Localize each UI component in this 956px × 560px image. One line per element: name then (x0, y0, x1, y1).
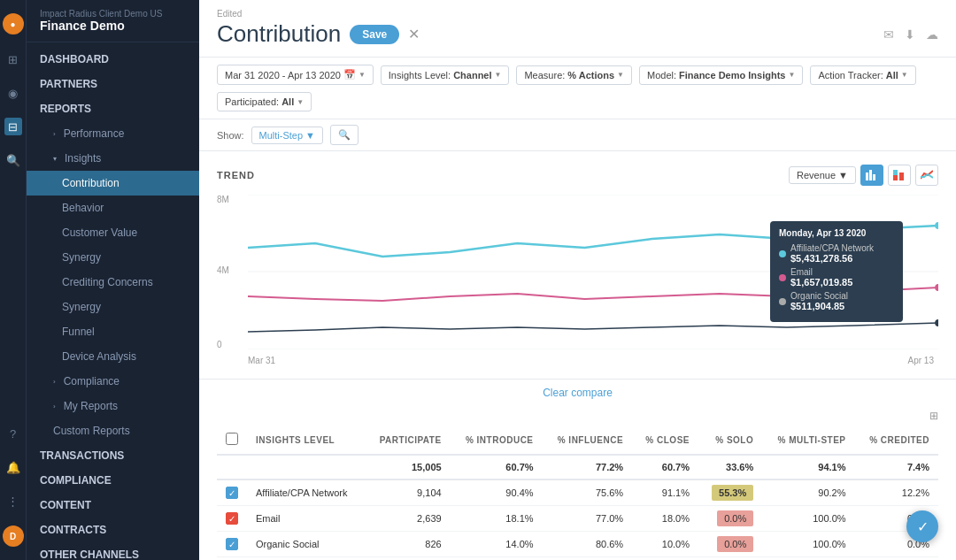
app-name: Impact Radius Client Demo US (40, 9, 186, 19)
tooltip-row-3: Organic Social $511,904.85 (779, 291, 894, 311)
insights-level-filter[interactable]: Insights Level: Channel ▼ (381, 65, 510, 85)
date-caret-icon: ▼ (358, 71, 366, 79)
row2-checkbox[interactable]: ✓ (226, 512, 238, 525)
dashboard-nav-icon[interactable]: ⊞ (4, 50, 22, 68)
row4-checkbox-cell (217, 557, 247, 561)
clear-compare-link[interactable]: Clear compare (543, 387, 613, 399)
sidebar-item-dashboard[interactable]: DASHBOARD (27, 47, 199, 72)
sidebar-item-insights[interactable]: ▾ Insights (27, 146, 199, 171)
totals-label (247, 455, 365, 479)
row1-solo-highlight: 55.3% (712, 485, 753, 501)
fab-button[interactable]: ✓ (906, 510, 938, 542)
sidebar-item-contracts[interactable]: CONTRACTS (27, 518, 199, 542)
row1-solo: 55.3% (698, 479, 762, 506)
select-all-checkbox[interactable] (226, 433, 238, 445)
row3-name: Organic Social (247, 532, 365, 557)
measure-caret-icon: ▼ (617, 71, 624, 79)
model-caret-icon: ▼ (788, 71, 795, 79)
participated-label: Participated: (225, 96, 279, 107)
action-tracker-filter[interactable]: Action Tracker: All ▼ (810, 65, 915, 85)
page-title-row: Contribution Save ✕ ✉ ⬇ ☁ (217, 20, 938, 48)
tooltip-row-2: Email $1,657,019.85 (779, 267, 894, 288)
brand-avatar[interactable]: ● (3, 13, 24, 35)
chart-wrapper: 8M 4M 0 (217, 195, 938, 352)
row3-solo-highlight: 0.0% (717, 536, 753, 552)
row1-checkbox[interactable]: ✓ (226, 487, 238, 499)
reports-nav-icon[interactable]: ⊟ (4, 118, 22, 135)
search-button[interactable]: 🔍 (330, 125, 358, 145)
totals-multi-step: 94.1% (762, 455, 854, 479)
row4-solo: 0.0% (698, 557, 762, 561)
icon-sidebar: ● ⊞ ◉ ⊟ 🔍 ? 🔔 ⋮ D (0, 0, 27, 560)
user-avatar[interactable]: D (3, 525, 24, 547)
more-nav-icon[interactable]: ⋮ (4, 492, 22, 510)
tooltip-row-1: Affiliate/CPA Network $5,431,278.56 (779, 243, 894, 264)
col-insights-level: INSIGHTS LEVEL (247, 426, 365, 455)
row2-checkbox-cell: ✓ (217, 506, 247, 532)
help-nav-icon[interactable]: ? (4, 425, 22, 442)
cloud-icon[interactable]: ☁ (926, 27, 938, 42)
row4-credited: 0.0% (855, 557, 938, 561)
sidebar-item-top-paths[interactable]: Device Analysis (27, 344, 199, 369)
totals-solo: 33.6% (698, 455, 762, 479)
sidebar-item-contribution[interactable]: Contribution (27, 171, 199, 196)
show-multi-step-button[interactable]: Multi-Step ▼ (251, 127, 323, 144)
row2-influence: 77.0% (543, 506, 633, 532)
chart-type-bar-grouped[interactable] (860, 165, 883, 186)
action-tracker-label: Action Tracker: (818, 70, 883, 81)
row3-multi-step: 100.0% (762, 532, 854, 557)
row4-introduce: 12.4% (451, 557, 543, 561)
sidebar-item-customer-value[interactable]: Customer Value (27, 220, 199, 245)
tooltip-val-3: $511,904.85 (790, 301, 848, 311)
sidebar-item-transactions[interactable]: TRANSACTIONS (27, 443, 199, 468)
partners-nav-icon[interactable]: ◉ (4, 84, 22, 102)
show-caret-icon: ▼ (305, 130, 315, 141)
tooltip-val-1: $5,431,278.56 (790, 253, 874, 264)
sidebar-item-partners[interactable]: PARTNERS (27, 72, 199, 96)
chart-type-bar-stacked[interactable] (888, 165, 911, 186)
revenue-dropdown[interactable]: Revenue ▼ (789, 166, 856, 184)
close-button[interactable]: ✕ (408, 26, 420, 42)
sidebar-item-my-reports[interactable]: › My Reports (27, 394, 199, 418)
save-button[interactable]: Save (350, 25, 399, 44)
search-nav-icon[interactable]: 🔍 (4, 151, 22, 169)
email-icon[interactable]: ✉ (883, 27, 894, 42)
row2-solo: 0.0% (698, 506, 762, 532)
page-title: Contribution (217, 20, 341, 48)
sidebar-item-custom-reports[interactable]: Custom Reports (27, 418, 199, 443)
download-icon[interactable]: ⬇ (905, 27, 915, 42)
date-range-filter[interactable]: Mar 31 2020 - Apr 13 2020 📅 ▼ (217, 65, 374, 85)
table-row: ✓ Email 2,639 18.1% 77.0% 18.0% 0.0% 100… (217, 506, 938, 532)
model-filter[interactable]: Model: Finance Demo Insights ▼ (639, 65, 803, 85)
sidebar-item-device-analysis[interactable]: Synergy (27, 295, 199, 319)
totals-introduce: 60.7% (451, 455, 543, 479)
sidebar-item-synergy[interactable]: Synergy (27, 245, 199, 270)
row3-participate: 826 (365, 532, 451, 557)
sidebar-item-funnel[interactable]: Funnel (27, 319, 199, 344)
chart-type-line[interactable] (915, 165, 938, 186)
table-expand-icon[interactable]: ⊞ (929, 410, 938, 422)
sidebar-item-compliance-reports[interactable]: › Compliance (27, 369, 199, 394)
row2-multi-step: 100.0% (762, 506, 854, 532)
x-label-apr13: Apr 13 (908, 356, 934, 365)
col-solo: % SOLO (698, 426, 762, 455)
row1-introduce: 90.4% (451, 479, 543, 506)
tooltip-date: Monday, Apr 13 2020 (779, 228, 894, 238)
y-label-0: 0 (217, 340, 222, 349)
col-credited: % CREDITED (855, 426, 938, 455)
row3-introduce: 14.0% (451, 532, 543, 557)
sidebar-nav: DASHBOARD PARTNERS REPORTS › Performance… (27, 42, 199, 560)
svg-rect-0 (866, 173, 868, 180)
sidebar-item-reports[interactable]: REPORTS (27, 96, 199, 121)
measure-filter[interactable]: Measure: % Actions ▼ (516, 65, 632, 85)
sidebar-item-other-channels[interactable]: OTHER CHANNELS (27, 542, 199, 560)
sidebar-item-crediting-concerns[interactable]: Crediting Concerns (27, 270, 199, 295)
sidebar-item-content[interactable]: CONTENT (27, 493, 199, 518)
participated-filter[interactable]: Participated: All ▼ (217, 92, 312, 111)
row3-checkbox[interactable]: ✓ (226, 538, 238, 550)
notifications-nav-icon[interactable]: 🔔 (4, 458, 22, 476)
sidebar-item-compliance[interactable]: COMPLIANCE (27, 468, 199, 493)
sidebar-item-performance[interactable]: › Performance (27, 121, 199, 146)
svg-point-9 (935, 222, 938, 229)
sidebar-item-behavior[interactable]: Behavior (27, 196, 199, 220)
